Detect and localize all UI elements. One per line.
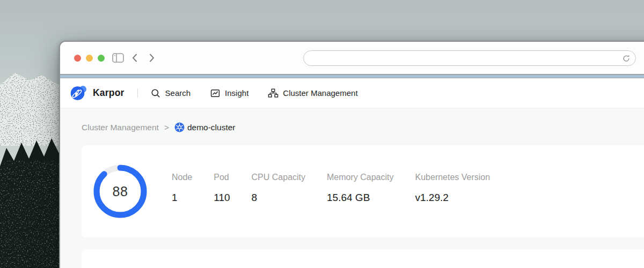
stat-value: 15.64 GB [327, 191, 393, 204]
nav-item-insight[interactable]: Insight [210, 88, 248, 99]
stat-pod: Pod 110 [214, 172, 230, 204]
nav-divider [137, 88, 138, 98]
forward-button[interactable] [149, 53, 155, 63]
window-controls [74, 55, 105, 62]
breadcrumb-separator: > [164, 123, 169, 132]
search-icon [150, 88, 161, 99]
close-button[interactable] [74, 55, 81, 62]
breadcrumb-current-label: demo-cluster [187, 123, 236, 132]
karpor-page: Karpor Search [60, 78, 644, 268]
karpor-logo-icon[interactable] [70, 85, 87, 102]
chevron-left-icon [131, 53, 138, 63]
health-score-value: 88 [93, 165, 147, 218]
app-navbar: Karpor Search [60, 78, 644, 108]
main-nav: Search Insight [150, 88, 358, 99]
stat-value: 1 [172, 191, 192, 204]
nav-label-search: Search [165, 88, 191, 98]
cluster-stats: Node 1 Pod 110 CPU Capacity 8 Memory Cap… [172, 145, 490, 204]
url-bar[interactable] [303, 50, 636, 66]
insight-chart-icon [210, 88, 221, 99]
zoom-button[interactable] [98, 55, 105, 62]
brand-name: Karpor [93, 87, 125, 99]
back-button[interactable] [131, 53, 138, 63]
cluster-summary-card: 88 Node 1 Pod 110 CPU Capacity 8 [82, 145, 644, 237]
desktop: Karpor Search [0, 0, 644, 268]
stat-value: 110 [214, 191, 230, 204]
cluster-sitemap-icon [268, 88, 279, 99]
sidebar-icon [112, 53, 124, 63]
stat-label: Pod [214, 172, 230, 183]
nav-label-cluster-management: Cluster Management [283, 88, 357, 98]
stat-value: v1.29.2 [415, 191, 491, 204]
reload-icon[interactable] [622, 54, 631, 63]
stat-label: Node [172, 172, 192, 183]
stat-value: 8 [252, 191, 305, 204]
stat-label: Memory Capacity [327, 172, 393, 183]
browser-window: Karpor Search [59, 41, 644, 268]
chevron-right-icon [149, 53, 155, 63]
stat-label: CPU Capacity [252, 172, 305, 183]
nav-item-search[interactable]: Search [150, 88, 191, 99]
stat-memory-capacity: Memory Capacity 15.64 GB [327, 172, 393, 204]
breadcrumb-current: demo-cluster [174, 122, 236, 132]
stat-label: Kubernetes Version [415, 172, 491, 183]
kubernetes-icon [174, 122, 185, 132]
nav-label-insight: Insight [225, 88, 248, 98]
browser-titlebar [60, 42, 644, 74]
stat-kubernetes-version: Kubernetes Version v1.29.2 [415, 172, 491, 204]
lower-content-card [82, 249, 644, 268]
breadcrumb-parent[interactable]: Cluster Management [82, 123, 159, 132]
stat-node: Node 1 [172, 172, 192, 204]
minimize-button[interactable] [86, 55, 93, 62]
sidebar-toggle-button[interactable] [112, 53, 124, 63]
nav-item-cluster-management[interactable]: Cluster Management [268, 88, 357, 99]
stat-cpu-capacity: CPU Capacity 8 [252, 172, 305, 204]
breadcrumb: Cluster Management > [82, 122, 644, 132]
health-score-ring: 88 [93, 165, 147, 218]
